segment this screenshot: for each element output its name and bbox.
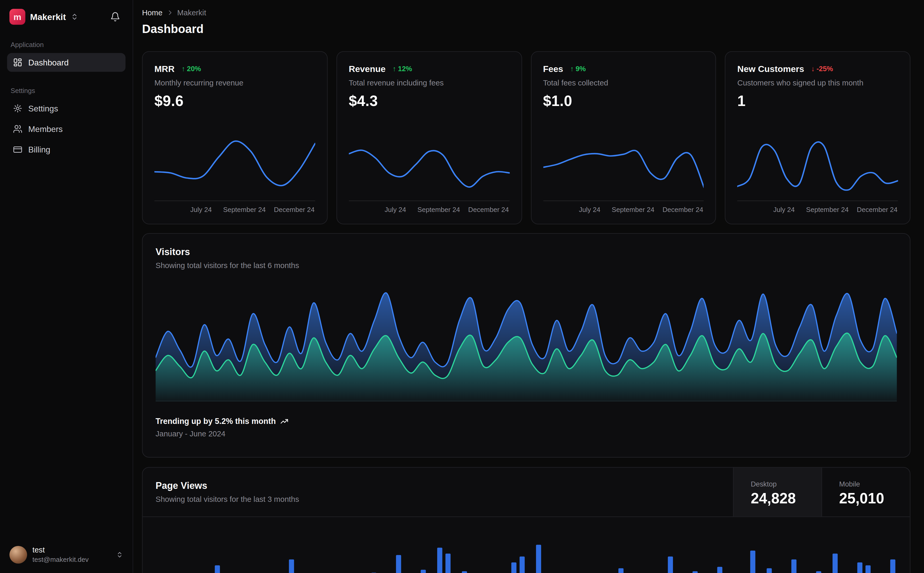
stat-description: Total revenue including fees	[349, 78, 510, 87]
page-views-header: Page Views Showing total visitors for th…	[143, 468, 910, 517]
chevron-up-down-icon	[71, 13, 78, 20]
stat-title: New Customers	[737, 64, 804, 74]
visitors-footer: Trending up by 5.2% this month January -…	[156, 417, 897, 438]
axis-tick: July 24	[190, 206, 212, 213]
revenue-sparkline-chart	[349, 135, 510, 201]
arrow-up-icon: ↑	[570, 64, 574, 73]
breadcrumb: Home Makerkit	[142, 8, 910, 17]
visitors-date-range: January - June 2024	[156, 429, 897, 438]
sidebar-item-label: Billing	[28, 145, 50, 154]
x-axis-labels: July 24 September 24 December 24	[349, 206, 510, 217]
page-views-card: Page Views Showing total visitors for th…	[142, 467, 910, 573]
trend-badge: ↑ 12%	[393, 64, 412, 73]
arrow-down-icon: ↓	[811, 64, 815, 73]
axis-tick: July 24	[773, 206, 795, 213]
trending-up-icon	[280, 417, 289, 426]
sidebar-item-members[interactable]: Members	[7, 119, 126, 138]
gear-icon	[13, 103, 22, 113]
dashboard-icon	[13, 58, 22, 67]
sidebar-item-label: Settings	[28, 103, 58, 113]
notifications-bell-button[interactable]	[107, 8, 123, 25]
sidebar-item-billing[interactable]: Billing	[7, 140, 126, 159]
desktop-label: Desktop	[751, 480, 821, 488]
page-views-title: Page Views	[156, 481, 720, 491]
desktop-value: 24,828	[751, 490, 821, 507]
x-axis-labels: July 24 September 24 December 24	[154, 206, 315, 217]
fees-sparkline-chart	[543, 135, 704, 201]
stat-title: MRR	[154, 64, 174, 74]
page-views-subtitle: Showing total visitors for the last 3 mo…	[156, 495, 720, 503]
visitors-card: Visitors Showing total visitors for the …	[142, 233, 910, 458]
page-views-toggle-mobile[interactable]: Mobile 25,010	[822, 468, 910, 517]
stat-card-revenue: Revenue ↑ 12% Total revenue including fe…	[336, 51, 522, 224]
credit-card-icon	[13, 145, 22, 154]
stat-card-mrr: MRR ↑ 20% Monthly recurring revenue $9.6…	[142, 51, 328, 224]
axis-tick: December 24	[468, 206, 509, 213]
chevron-right-icon	[166, 9, 173, 16]
axis-tick: December 24	[662, 206, 703, 213]
chevron-up-down-icon	[116, 551, 123, 558]
sidebar-item-label: Members	[28, 124, 63, 133]
user-menu[interactable]: test test@makerkit.dev	[6, 542, 127, 567]
app-window: m Makerkit Application Dashboard Setting…	[0, 0, 924, 573]
x-axis-labels: July 24 September 24 December 24	[737, 206, 898, 217]
breadcrumb-home-link[interactable]: Home	[142, 8, 162, 17]
trend-badge: ↑ 9%	[570, 64, 586, 73]
workspace-switcher[interactable]: m Makerkit	[7, 7, 126, 26]
breadcrumb-current: Makerkit	[177, 8, 206, 17]
stat-title: Fees	[543, 64, 563, 74]
stat-card-new-customers: New Customers ↓ -25% Customers who signe…	[725, 51, 910, 224]
trend-value: 9%	[576, 64, 585, 73]
sidebar-item-settings[interactable]: Settings	[7, 99, 126, 118]
trend-value: 12%	[398, 64, 412, 73]
stat-value: 1	[737, 92, 898, 110]
stat-description: Customers who signed up this month	[737, 78, 898, 87]
axis-tick: December 24	[274, 206, 315, 213]
sidebar-section-settings: Settings	[7, 87, 126, 94]
mobile-label: Mobile	[839, 480, 910, 488]
stat-value: $1.0	[543, 92, 704, 110]
user-avatar	[9, 546, 27, 564]
stat-title: Revenue	[349, 64, 386, 74]
stat-description: Monthly recurring revenue	[154, 78, 315, 87]
x-axis-labels: July 24 September 24 December 24	[543, 206, 704, 217]
axis-tick: September 24	[806, 206, 849, 213]
main-content: Home Makerkit Dashboard MRR ↑ 20% Monthl…	[133, 0, 924, 573]
axis-tick: December 24	[857, 206, 898, 213]
stat-card-fees: Fees ↑ 9% Total fees collected $1.0 July…	[531, 51, 716, 224]
axis-tick: September 24	[417, 206, 460, 213]
axis-tick: July 24	[579, 206, 601, 213]
trend-value: 20%	[187, 64, 201, 73]
visitors-area-chart	[156, 286, 897, 402]
page-views-toggle-desktop[interactable]: Desktop 24,828	[733, 468, 821, 517]
page-views-bar-chart	[156, 518, 897, 573]
page-title: Dashboard	[142, 22, 910, 36]
trend-badge: ↑ 20%	[182, 64, 201, 73]
mrr-sparkline-chart	[154, 135, 315, 201]
visitors-subtitle: Showing total visitors for the last 6 mo…	[156, 261, 897, 269]
mobile-value: 25,010	[839, 490, 910, 507]
visitors-trend-text: Trending up by 5.2% this month	[156, 417, 276, 426]
arrow-up-icon: ↑	[393, 64, 396, 73]
sidebar-item-label: Dashboard	[28, 58, 69, 67]
workspace-name: Makerkit	[30, 11, 66, 22]
stat-value: $9.6	[154, 92, 315, 110]
users-icon	[13, 124, 22, 133]
sidebar-item-dashboard[interactable]: Dashboard	[7, 53, 126, 72]
sidebar: m Makerkit Application Dashboard Setting…	[0, 0, 133, 573]
trend-badge: ↓ -25%	[811, 64, 833, 73]
stat-cards-row: MRR ↑ 20% Monthly recurring revenue $9.6…	[142, 51, 910, 224]
new-customers-sparkline-chart	[737, 135, 898, 201]
trend-value: -25%	[817, 64, 833, 73]
axis-tick: July 24	[385, 206, 406, 213]
visitors-title: Visitors	[156, 247, 897, 257]
stat-value: $4.3	[349, 92, 510, 110]
arrow-up-icon: ↑	[182, 64, 185, 73]
bell-icon	[110, 11, 120, 22]
sidebar-section-application: Application	[7, 41, 126, 48]
axis-tick: September 24	[223, 206, 266, 213]
workspace-logo: m	[9, 9, 25, 24]
user-name: test	[33, 545, 89, 555]
user-email: test@makerkit.dev	[33, 555, 89, 564]
stat-description: Total fees collected	[543, 78, 704, 87]
